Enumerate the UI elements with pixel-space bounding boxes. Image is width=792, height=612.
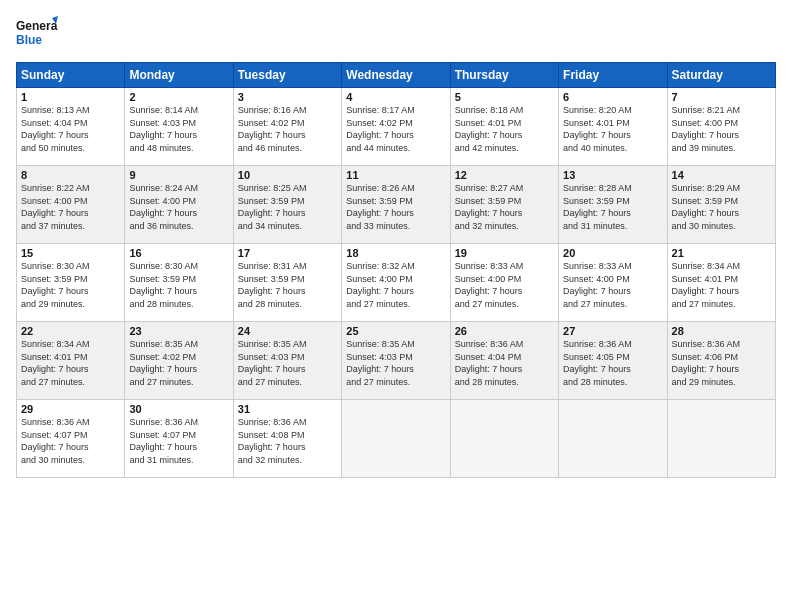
day-cell: 17Sunrise: 8:31 AM Sunset: 3:59 PM Dayli… xyxy=(233,244,341,322)
logo: General Blue xyxy=(16,16,58,52)
day-number: 15 xyxy=(21,247,120,259)
day-number: 22 xyxy=(21,325,120,337)
day-detail: Sunrise: 8:18 AM Sunset: 4:01 PM Dayligh… xyxy=(455,104,554,154)
day-cell: 24Sunrise: 8:35 AM Sunset: 4:03 PM Dayli… xyxy=(233,322,341,400)
day-cell: 29Sunrise: 8:36 AM Sunset: 4:07 PM Dayli… xyxy=(17,400,125,478)
day-number: 7 xyxy=(672,91,771,103)
header: General Blue xyxy=(16,16,776,52)
col-header-monday: Monday xyxy=(125,63,233,88)
day-detail: Sunrise: 8:21 AM Sunset: 4:00 PM Dayligh… xyxy=(672,104,771,154)
day-number: 24 xyxy=(238,325,337,337)
day-detail: Sunrise: 8:26 AM Sunset: 3:59 PM Dayligh… xyxy=(346,182,445,232)
day-detail: Sunrise: 8:36 AM Sunset: 4:04 PM Dayligh… xyxy=(455,338,554,388)
day-cell: 28Sunrise: 8:36 AM Sunset: 4:06 PM Dayli… xyxy=(667,322,775,400)
week-row-3: 15Sunrise: 8:30 AM Sunset: 3:59 PM Dayli… xyxy=(17,244,776,322)
day-cell: 25Sunrise: 8:35 AM Sunset: 4:03 PM Dayli… xyxy=(342,322,450,400)
day-cell: 2Sunrise: 8:14 AM Sunset: 4:03 PM Daylig… xyxy=(125,88,233,166)
day-detail: Sunrise: 8:29 AM Sunset: 3:59 PM Dayligh… xyxy=(672,182,771,232)
day-number: 29 xyxy=(21,403,120,415)
day-detail: Sunrise: 8:34 AM Sunset: 4:01 PM Dayligh… xyxy=(21,338,120,388)
day-cell: 4Sunrise: 8:17 AM Sunset: 4:02 PM Daylig… xyxy=(342,88,450,166)
day-number: 20 xyxy=(563,247,662,259)
day-cell: 1Sunrise: 8:13 AM Sunset: 4:04 PM Daylig… xyxy=(17,88,125,166)
day-cell: 9Sunrise: 8:24 AM Sunset: 4:00 PM Daylig… xyxy=(125,166,233,244)
day-cell: 13Sunrise: 8:28 AM Sunset: 3:59 PM Dayli… xyxy=(559,166,667,244)
day-number: 27 xyxy=(563,325,662,337)
day-detail: Sunrise: 8:30 AM Sunset: 3:59 PM Dayligh… xyxy=(21,260,120,310)
day-number: 12 xyxy=(455,169,554,181)
day-detail: Sunrise: 8:30 AM Sunset: 3:59 PM Dayligh… xyxy=(129,260,228,310)
day-detail: Sunrise: 8:36 AM Sunset: 4:06 PM Dayligh… xyxy=(672,338,771,388)
day-number: 2 xyxy=(129,91,228,103)
day-detail: Sunrise: 8:13 AM Sunset: 4:04 PM Dayligh… xyxy=(21,104,120,154)
day-number: 13 xyxy=(563,169,662,181)
day-number: 30 xyxy=(129,403,228,415)
page-container: General Blue SundayMondayTuesdayWednesda… xyxy=(0,0,792,488)
day-cell: 27Sunrise: 8:36 AM Sunset: 4:05 PM Dayli… xyxy=(559,322,667,400)
day-detail: Sunrise: 8:35 AM Sunset: 4:03 PM Dayligh… xyxy=(238,338,337,388)
day-cell: 22Sunrise: 8:34 AM Sunset: 4:01 PM Dayli… xyxy=(17,322,125,400)
calendar-table: SundayMondayTuesdayWednesdayThursdayFrid… xyxy=(16,62,776,478)
day-cell xyxy=(559,400,667,478)
col-header-tuesday: Tuesday xyxy=(233,63,341,88)
day-number: 14 xyxy=(672,169,771,181)
week-row-4: 22Sunrise: 8:34 AM Sunset: 4:01 PM Dayli… xyxy=(17,322,776,400)
day-detail: Sunrise: 8:25 AM Sunset: 3:59 PM Dayligh… xyxy=(238,182,337,232)
day-detail: Sunrise: 8:35 AM Sunset: 4:03 PM Dayligh… xyxy=(346,338,445,388)
day-number: 17 xyxy=(238,247,337,259)
day-number: 31 xyxy=(238,403,337,415)
day-number: 8 xyxy=(21,169,120,181)
day-detail: Sunrise: 8:24 AM Sunset: 4:00 PM Dayligh… xyxy=(129,182,228,232)
day-number: 23 xyxy=(129,325,228,337)
day-detail: Sunrise: 8:34 AM Sunset: 4:01 PM Dayligh… xyxy=(672,260,771,310)
day-cell: 18Sunrise: 8:32 AM Sunset: 4:00 PM Dayli… xyxy=(342,244,450,322)
day-number: 1 xyxy=(21,91,120,103)
day-detail: Sunrise: 8:32 AM Sunset: 4:00 PM Dayligh… xyxy=(346,260,445,310)
day-cell: 15Sunrise: 8:30 AM Sunset: 3:59 PM Dayli… xyxy=(17,244,125,322)
day-detail: Sunrise: 8:35 AM Sunset: 4:02 PM Dayligh… xyxy=(129,338,228,388)
col-header-thursday: Thursday xyxy=(450,63,558,88)
day-detail: Sunrise: 8:36 AM Sunset: 4:07 PM Dayligh… xyxy=(129,416,228,466)
day-cell: 23Sunrise: 8:35 AM Sunset: 4:02 PM Dayli… xyxy=(125,322,233,400)
day-number: 4 xyxy=(346,91,445,103)
day-cell: 11Sunrise: 8:26 AM Sunset: 3:59 PM Dayli… xyxy=(342,166,450,244)
day-cell xyxy=(342,400,450,478)
day-number: 25 xyxy=(346,325,445,337)
day-number: 11 xyxy=(346,169,445,181)
day-detail: Sunrise: 8:36 AM Sunset: 4:08 PM Dayligh… xyxy=(238,416,337,466)
day-detail: Sunrise: 8:33 AM Sunset: 4:00 PM Dayligh… xyxy=(455,260,554,310)
week-row-2: 8Sunrise: 8:22 AM Sunset: 4:00 PM Daylig… xyxy=(17,166,776,244)
svg-text:Blue: Blue xyxy=(16,33,42,47)
day-detail: Sunrise: 8:33 AM Sunset: 4:00 PM Dayligh… xyxy=(563,260,662,310)
day-detail: Sunrise: 8:27 AM Sunset: 3:59 PM Dayligh… xyxy=(455,182,554,232)
day-detail: Sunrise: 8:36 AM Sunset: 4:05 PM Dayligh… xyxy=(563,338,662,388)
week-row-1: 1Sunrise: 8:13 AM Sunset: 4:04 PM Daylig… xyxy=(17,88,776,166)
day-cell: 12Sunrise: 8:27 AM Sunset: 3:59 PM Dayli… xyxy=(450,166,558,244)
day-cell xyxy=(667,400,775,478)
day-number: 18 xyxy=(346,247,445,259)
day-number: 28 xyxy=(672,325,771,337)
day-cell: 3Sunrise: 8:16 AM Sunset: 4:02 PM Daylig… xyxy=(233,88,341,166)
day-cell: 5Sunrise: 8:18 AM Sunset: 4:01 PM Daylig… xyxy=(450,88,558,166)
svg-text:General: General xyxy=(16,19,58,33)
day-number: 9 xyxy=(129,169,228,181)
day-detail: Sunrise: 8:28 AM Sunset: 3:59 PM Dayligh… xyxy=(563,182,662,232)
day-number: 3 xyxy=(238,91,337,103)
day-cell: 31Sunrise: 8:36 AM Sunset: 4:08 PM Dayli… xyxy=(233,400,341,478)
day-detail: Sunrise: 8:14 AM Sunset: 4:03 PM Dayligh… xyxy=(129,104,228,154)
day-cell: 8Sunrise: 8:22 AM Sunset: 4:00 PM Daylig… xyxy=(17,166,125,244)
col-header-sunday: Sunday xyxy=(17,63,125,88)
day-number: 6 xyxy=(563,91,662,103)
day-cell: 7Sunrise: 8:21 AM Sunset: 4:00 PM Daylig… xyxy=(667,88,775,166)
day-number: 16 xyxy=(129,247,228,259)
day-detail: Sunrise: 8:31 AM Sunset: 3:59 PM Dayligh… xyxy=(238,260,337,310)
day-cell xyxy=(450,400,558,478)
col-header-wednesday: Wednesday xyxy=(342,63,450,88)
day-cell: 30Sunrise: 8:36 AM Sunset: 4:07 PM Dayli… xyxy=(125,400,233,478)
col-header-saturday: Saturday xyxy=(667,63,775,88)
day-detail: Sunrise: 8:16 AM Sunset: 4:02 PM Dayligh… xyxy=(238,104,337,154)
day-detail: Sunrise: 8:17 AM Sunset: 4:02 PM Dayligh… xyxy=(346,104,445,154)
day-detail: Sunrise: 8:22 AM Sunset: 4:00 PM Dayligh… xyxy=(21,182,120,232)
day-cell: 20Sunrise: 8:33 AM Sunset: 4:00 PM Dayli… xyxy=(559,244,667,322)
day-cell: 10Sunrise: 8:25 AM Sunset: 3:59 PM Dayli… xyxy=(233,166,341,244)
